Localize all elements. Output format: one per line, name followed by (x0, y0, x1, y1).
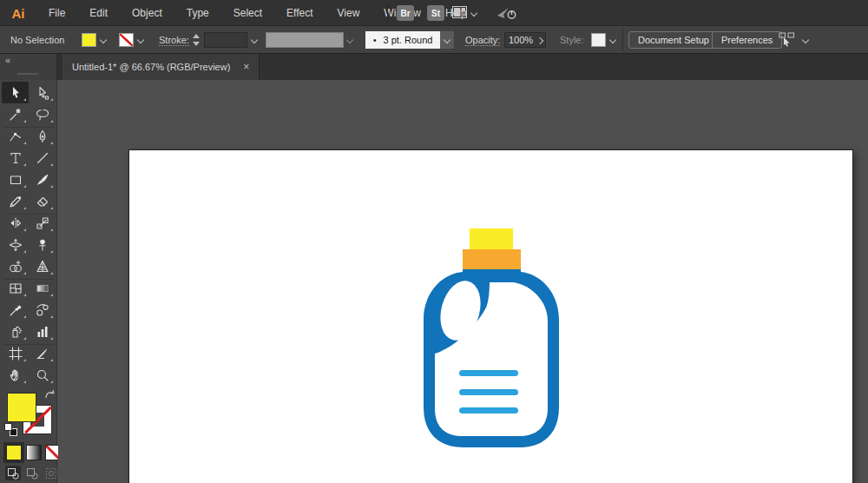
opacity-flyout-icon[interactable] (536, 38, 544, 46)
swap-fill-stroke-icon[interactable] (44, 388, 56, 404)
opacity-value: 100% (509, 35, 533, 45)
tool-line-segment[interactable] (29, 147, 56, 169)
tool-group-divider (3, 214, 54, 215)
tool-type[interactable] (2, 147, 29, 169)
brush-chevron-button[interactable] (440, 31, 454, 49)
workspace-chevron-icon[interactable] (470, 10, 478, 18)
fill-chevron-icon[interactable] (100, 37, 108, 45)
tool-group-divider (3, 344, 54, 345)
menu-file[interactable]: File (36, 0, 77, 26)
tab-close-icon[interactable]: × (243, 61, 249, 73)
tool-paintbrush[interactable] (29, 169, 56, 190)
width-profile-chevron-icon[interactable] (346, 37, 354, 45)
tool-direct-selection[interactable] (29, 82, 56, 103)
document-tab-title: Untitled-1* @ 66.67% (RGB/Preview) (72, 62, 230, 72)
menu-type[interactable]: Type (174, 0, 221, 26)
tool-pen[interactable] (29, 125, 56, 147)
draw-normal-button[interactable] (5, 466, 21, 480)
bottle-illustration[interactable] (418, 222, 565, 453)
tool-group-divider (3, 279, 54, 280)
preferences-button[interactable]: Preferences (712, 31, 782, 49)
illustrator-logo: Ai (7, 3, 30, 23)
stroke-label[interactable]: Stroke: (159, 35, 189, 46)
fill-color-swatch[interactable] (82, 33, 96, 47)
color-button[interactable] (6, 445, 22, 460)
document-tab[interactable]: Untitled-1* @ 66.67% (RGB/Preview) × (62, 54, 260, 80)
menu-bar: Ai FileEditObjectTypeSelectEffectViewWin… (0, 0, 868, 26)
bottle-cap-top[interactable] (470, 228, 513, 249)
tool-hand[interactable] (2, 364, 29, 386)
draw-inside-button[interactable] (43, 466, 59, 480)
tool-magic-wand[interactable] (2, 103, 29, 125)
tool-reflect[interactable] (2, 212, 29, 234)
document-setup-button[interactable]: Document Setup (628, 31, 719, 49)
tool-mesh[interactable] (2, 277, 29, 299)
bridge-icon[interactable]: Br (397, 5, 414, 21)
style-label: Style: (560, 35, 584, 45)
variable-width-profile-box[interactable] (266, 32, 344, 48)
tool-lasso[interactable] (29, 103, 56, 125)
control-bar: No Selection Stroke: • 3 pt. Round Opaci… (0, 26, 868, 54)
label-line[interactable] (459, 389, 518, 395)
menu-effect[interactable]: Effect (274, 0, 325, 26)
tool-symbol-sprayer[interactable] (2, 321, 29, 342)
menu-object[interactable]: Object (120, 0, 174, 26)
menu-select[interactable]: Select (221, 0, 274, 26)
bottle-body[interactable] (424, 269, 559, 447)
label-line[interactable] (459, 370, 518, 376)
tool-eraser[interactable] (29, 190, 56, 212)
fill-proxy-swatch[interactable] (7, 393, 36, 422)
tool-column-graph[interactable] (29, 321, 56, 342)
tool-gradient[interactable] (29, 277, 56, 299)
tool-artboard[interactable] (2, 342, 29, 364)
controlbar-separator (622, 30, 623, 50)
tool-rectangle[interactable] (2, 169, 29, 190)
collapse-panel-icon[interactable]: « (5, 55, 10, 65)
canvas[interactable] (58, 80, 868, 483)
tool-scale[interactable] (29, 212, 56, 234)
menubar-separator (387, 3, 388, 23)
brush-definition-dropdown[interactable]: • 3 pt. Round (365, 31, 440, 49)
tab-bar: « Untitled-1* @ 66.67% (RGB/Preview) × (0, 54, 868, 80)
tool-perspective-grid[interactable] (29, 255, 56, 277)
style-chevron-icon[interactable] (609, 37, 617, 45)
artboard[interactable] (128, 149, 853, 483)
illustrator-window: Ai FileEditObjectTypeSelectEffectViewWin… (0, 0, 868, 483)
stroke-weight-field[interactable] (204, 32, 247, 48)
tool-group-divider (3, 127, 54, 128)
tool-shape-builder[interactable] (2, 255, 29, 277)
panel-grip[interactable] (17, 73, 38, 75)
bottle-label-lines[interactable] (459, 370, 518, 414)
bottle-cap-base[interactable] (463, 249, 521, 269)
tool-blend[interactable] (29, 299, 56, 321)
selection-status: No Selection (10, 35, 64, 45)
stroke-chevron-icon[interactable] (137, 37, 145, 45)
stroke-color-swatch[interactable] (119, 33, 134, 47)
style-swatch[interactable] (591, 33, 606, 47)
tool-width[interactable] (2, 234, 29, 255)
tool-selection[interactable] (2, 82, 29, 103)
tool-zoom[interactable] (29, 364, 56, 386)
label-line[interactable] (459, 407, 518, 414)
stock-icon[interactable]: St (427, 5, 444, 21)
gpu-performance-icon[interactable] (496, 6, 517, 24)
gradient-button[interactable] (26, 445, 42, 460)
opacity-field[interactable]: 100% (504, 32, 546, 48)
default-fill-mini-swatch[interactable] (4, 423, 12, 431)
tool-puppet-warp[interactable] (29, 234, 56, 255)
tool-eyedropper[interactable] (2, 299, 29, 321)
opacity-label[interactable]: Opacity: (465, 35, 500, 46)
menu-view[interactable]: View (326, 0, 372, 26)
draw-behind-button[interactable] (24, 466, 40, 480)
main-area (0, 80, 868, 483)
stroke-weight-stepper[interactable] (193, 34, 201, 46)
tool-curvature[interactable] (2, 125, 29, 147)
workspace-switcher-icon[interactable] (452, 6, 467, 22)
menu-edit[interactable]: Edit (77, 0, 120, 26)
stroke-weight-chevron-icon[interactable] (251, 37, 259, 45)
tools-panel (0, 80, 57, 483)
tool-slice[interactable] (29, 342, 56, 364)
tool-pencil[interactable] (2, 190, 29, 212)
touch-workspace-icon[interactable] (779, 32, 797, 49)
touch-workspace-chevron-icon[interactable] (802, 37, 810, 45)
